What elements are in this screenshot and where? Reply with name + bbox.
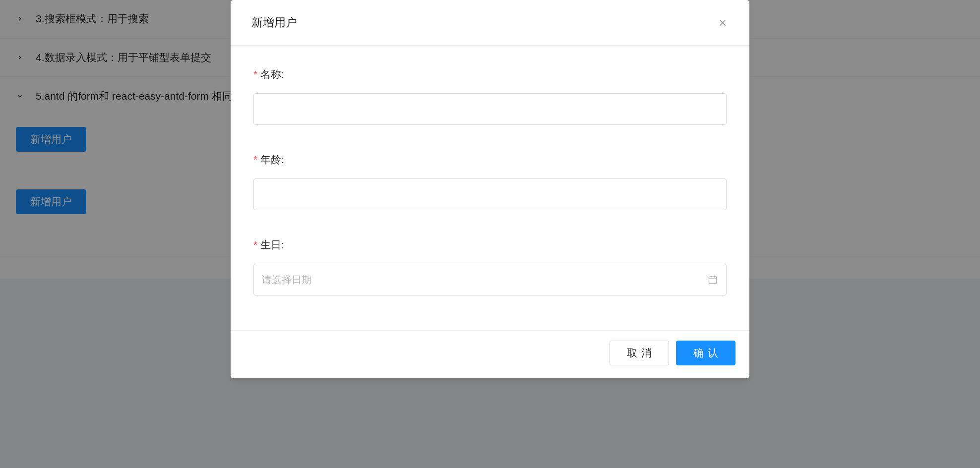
birthday-datepicker[interactable] [253, 264, 727, 295]
add-user-modal: 新增用户 *名称: *年龄: *生日: [231, 0, 749, 378]
cancel-button[interactable]: 取消 [610, 341, 669, 365]
age-input[interactable] [253, 178, 727, 210]
name-label: *名称: [253, 67, 727, 81]
modal-wrap: 新增用户 *名称: *年龄: *生日: [0, 0, 980, 468]
form-item-age: *年龄: [253, 153, 727, 210]
birthday-label: *生日: [253, 238, 727, 252]
required-mark: * [253, 239, 257, 250]
modal-footer: 取消 确认 [231, 330, 749, 378]
form-item-name: *名称: [253, 67, 727, 125]
modal-body: *名称: *年龄: *生日: [231, 46, 749, 330]
age-label-text: 年龄: [260, 154, 284, 165]
modal-title: 新增用户 [251, 15, 297, 30]
form-item-birthday: *生日: [253, 238, 727, 295]
name-input[interactable] [253, 93, 727, 125]
birthday-input[interactable] [253, 264, 727, 295]
required-mark: * [253, 154, 257, 165]
required-mark: * [253, 68, 257, 80]
name-label-text: 名称: [260, 68, 284, 80]
close-icon[interactable] [717, 17, 729, 29]
ok-button[interactable]: 确认 [676, 341, 735, 365]
age-label: *年龄: [253, 153, 727, 167]
modal-header: 新增用户 [231, 0, 749, 46]
birthday-label-text: 生日: [260, 239, 284, 250]
